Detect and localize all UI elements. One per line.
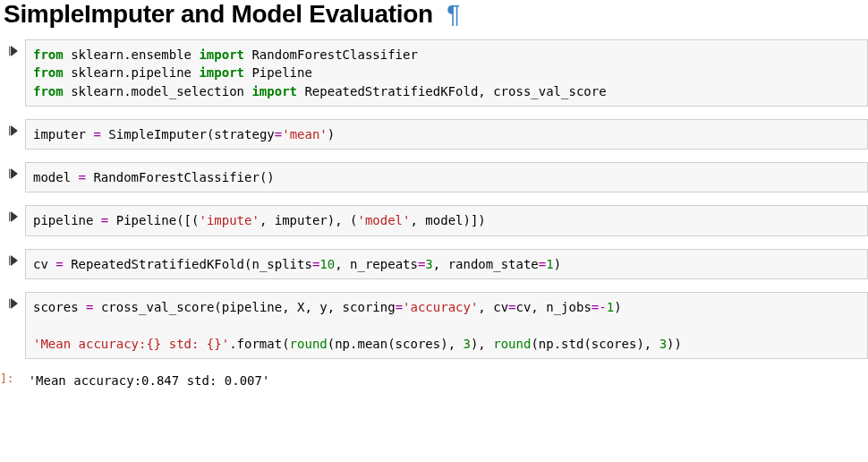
num: 1	[607, 300, 614, 314]
txt: (np.mean(scores),	[328, 337, 464, 351]
txt: ,	[335, 257, 350, 271]
txt: ,	[478, 300, 493, 314]
code-cell: imputer = SimpleImputer(strategy='mean')	[0, 119, 868, 150]
code-input[interactable]: pipeline = Pipeline([('impute', imputer)…	[25, 205, 868, 235]
kw: from	[33, 47, 64, 62]
txt: cv	[33, 257, 55, 271]
code-input[interactable]: scores = cross_val_score(pipeline, X, y,…	[25, 292, 868, 359]
op: =	[275, 127, 282, 141]
code-cell: model = RandomForestClassifier()	[0, 162, 868, 192]
txt: RepeatedStratifiedKFold, cross_val_score	[297, 84, 607, 98]
txt: imputer	[33, 127, 93, 141]
txt: (np.std(scores),	[531, 337, 659, 351]
run-cell-icon[interactable]	[7, 297, 20, 310]
txt: sklearn.pipeline	[64, 65, 200, 80]
txt: scoring	[343, 300, 396, 314]
txt: scores	[33, 300, 86, 314]
txt: Pipeline	[244, 65, 312, 80]
run-cell-icon[interactable]	[7, 167, 20, 180]
run-cell-icon[interactable]	[7, 45, 20, 57]
p: ))	[667, 337, 682, 351]
txt: Pipeline	[108, 213, 176, 227]
str: 'mean'	[282, 127, 328, 141]
num: 1	[546, 257, 553, 271]
txt: ),	[471, 337, 493, 351]
txt: RepeatedStratifiedKFold	[64, 257, 244, 271]
txt: cv,	[516, 300, 547, 314]
pilcrow-icon[interactable]: ¶	[447, 0, 460, 28]
str: 'impute'	[199, 213, 259, 227]
str: 'model'	[357, 213, 410, 227]
txt: ,	[433, 257, 448, 271]
p: (	[214, 300, 221, 314]
num: 10	[319, 257, 335, 271]
kw: import	[199, 47, 244, 62]
txt: pipeline	[33, 213, 101, 227]
p: ), (	[328, 213, 358, 227]
kw: import	[251, 84, 297, 98]
txt: strategy	[214, 127, 274, 141]
txt: n_jobs	[546, 300, 591, 314]
txt: model	[33, 170, 79, 184]
p: )	[328, 127, 335, 141]
builtin: round	[493, 337, 531, 351]
cell-output: ]: 'Mean accuracy:0.847 std: 0.007'	[0, 372, 868, 389]
code-cell: cv = RepeatedStratifiedKFold(n_splits=10…	[0, 249, 868, 279]
p: )	[614, 300, 621, 314]
txt: cross_val_score	[93, 300, 214, 314]
txt: pipeline, X, y,	[222, 300, 343, 314]
p: ([(	[176, 213, 199, 227]
op: =	[539, 257, 546, 271]
code-cell: pipeline = Pipeline([('impute', imputer)…	[0, 205, 868, 235]
op: =	[508, 300, 515, 314]
op: =	[55, 257, 63, 271]
heading-text: SimpleImputer and Model Evaluation	[4, 0, 433, 28]
section-heading: SimpleImputer and Model Evaluation ¶	[4, 0, 868, 29]
code-input[interactable]: model = RandomForestClassifier()	[25, 162, 868, 192]
code-input[interactable]: cv = RepeatedStratifiedKFold(n_splits=10…	[25, 249, 868, 279]
p: (	[282, 337, 289, 351]
p: )])	[464, 213, 486, 227]
code-input[interactable]: imputer = SimpleImputer(strategy='mean')	[25, 119, 868, 150]
txt: RandomForestClassifier	[244, 47, 418, 62]
txt: RandomForestClassifier	[86, 170, 260, 184]
txt: sklearn.ensemble	[64, 47, 200, 62]
code-cell: from sklearn.ensemble import RandomFores…	[0, 39, 868, 107]
txt: , model	[410, 213, 463, 227]
output-prompt: ]:	[0, 372, 14, 385]
op: =	[79, 170, 86, 184]
builtin: round	[290, 337, 328, 351]
code-input[interactable]: from sklearn.ensemble import RandomFores…	[25, 39, 868, 107]
txt: n_splits	[251, 257, 311, 271]
str: 'accuracy'	[403, 300, 478, 314]
str: 'Mean accuracy:{} std: {}'	[33, 337, 229, 351]
op: =	[591, 300, 599, 314]
code-cell: scores = cross_val_score(pipeline, X, y,…	[0, 292, 868, 359]
op: =	[396, 300, 403, 314]
txt: cv	[493, 300, 508, 314]
txt: random_state	[448, 257, 539, 271]
txt: n_repeats	[350, 257, 418, 271]
p: )	[554, 257, 561, 271]
run-cell-icon[interactable]	[7, 254, 20, 267]
run-cell-icon[interactable]	[7, 124, 20, 137]
num: 3	[463, 337, 470, 351]
txt: sklearn.model_selection	[64, 84, 252, 98]
run-cell-icon[interactable]	[7, 210, 20, 223]
num: 3	[425, 257, 432, 271]
p: )	[267, 170, 274, 184]
txt: .format	[229, 337, 282, 351]
op: =	[93, 127, 100, 141]
output-text: 'Mean accuracy:0.847 std: 0.007'	[20, 372, 868, 389]
txt: SimpleImputer	[101, 127, 207, 141]
txt: , imputer	[260, 213, 328, 227]
op: -	[599, 300, 606, 314]
kw: from	[33, 65, 64, 80]
kw: from	[33, 84, 64, 98]
kw: import	[199, 65, 244, 80]
num: 3	[660, 337, 667, 351]
